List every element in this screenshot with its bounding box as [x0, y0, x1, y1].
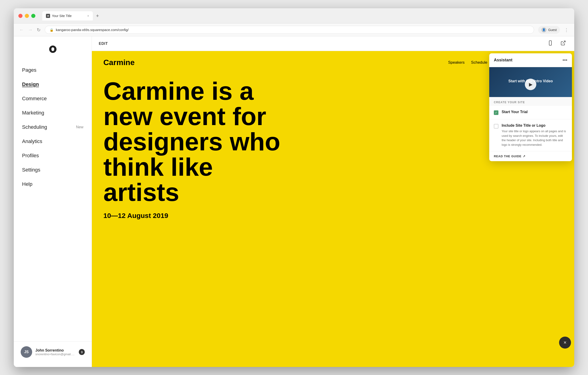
- sidebar-item-label-design: Design: [22, 81, 39, 87]
- sidebar-item-analytics[interactable]: Analytics: [14, 134, 92, 149]
- sidebar-item-profiles[interactable]: Profiles: [14, 149, 92, 163]
- checklist-title-logo: Include Site Title or Logo: [502, 123, 567, 128]
- user-info: John Sorrentino snorentino+favicon@gmail…: [35, 348, 75, 356]
- read-guide-label: READ THE GUIDE: [494, 154, 521, 158]
- url-text: kangaroo-panda-x69s.squarespace.com/conf…: [56, 28, 129, 32]
- checklist-item-logo-content: Include Site Title or Logo Your site tit…: [502, 123, 567, 147]
- nav-link-schedule[interactable]: Schedule: [471, 60, 487, 65]
- user-label: Guest: [548, 28, 557, 32]
- assistant-panel: Assistant ••• Start with Our Intro Video…: [489, 53, 572, 161]
- sidebar-item-label-analytics: Analytics: [22, 138, 42, 144]
- maximize-traffic-light[interactable]: [31, 14, 35, 18]
- video-thumbnail[interactable]: Start with Our Intro Video ▶: [489, 67, 572, 97]
- browser-window: ■ Your Site Title × + ← → ↻ 🔒 kangaroo-p…: [14, 8, 574, 367]
- user-email: snorentino+favicon@gmail.com: [35, 353, 75, 356]
- sidebar-logo: [14, 36, 92, 61]
- tab-close-button[interactable]: ×: [87, 14, 89, 18]
- svg-line-2: [563, 41, 565, 44]
- checklist-desc-logo: Your site title or logo appears on all p…: [502, 129, 567, 147]
- nav-link-speakers[interactable]: Speakers: [448, 60, 465, 65]
- new-tab-button[interactable]: +: [94, 12, 101, 20]
- browser-tab[interactable]: ■ Your Site Title ×: [42, 11, 93, 21]
- checklist-item-trial-content: Start Your Trial: [502, 110, 528, 114]
- traffic-lights: [18, 14, 35, 18]
- url-bar[interactable]: 🔒 kangaroo-panda-x69s.squarespace.com/co…: [45, 26, 534, 34]
- sidebar-item-marketing[interactable]: Marketing: [14, 106, 92, 120]
- sidebar-item-label-marketing: Marketing: [22, 110, 44, 116]
- refresh-button[interactable]: ↻: [37, 27, 41, 33]
- squarespace-logo: [22, 44, 83, 54]
- assistant-close-button[interactable]: ×: [559, 337, 571, 349]
- tab-favicon: ■: [46, 14, 50, 18]
- assistant-header: Assistant •••: [489, 53, 572, 67]
- checkbox-logo[interactable]: [494, 124, 498, 129]
- sidebar-item-scheduling[interactable]: Scheduling New: [14, 120, 92, 134]
- back-button[interactable]: ←: [19, 27, 24, 33]
- browser-menu-button[interactable]: ⋮: [564, 27, 569, 33]
- sidebar-footer: JS John Sorrentino snorentino+favicon@gm…: [14, 342, 92, 362]
- sidebar-item-label-pages: Pages: [22, 67, 36, 73]
- address-bar: ← → ↻ 🔒 kangaroo-panda-x69s.squarespace.…: [14, 23, 574, 36]
- site-preview: Carmine Speakers Schedule Tickets Blog f…: [92, 51, 574, 367]
- user-initials: JS: [24, 350, 29, 354]
- sidebar-item-settings[interactable]: Settings: [14, 163, 92, 177]
- tab-bar: ■ Your Site Title × +: [42, 11, 101, 21]
- scheduling-badge: New: [76, 125, 83, 129]
- user-avatar: JS: [21, 346, 32, 358]
- sidebar-item-label-scheduling: Scheduling: [22, 124, 47, 130]
- close-traffic-light[interactable]: [18, 14, 22, 18]
- main-area: Pages Design Commerce Marketing Scheduli…: [14, 36, 574, 367]
- section-label: CREATE YOUR SITE: [489, 97, 572, 106]
- sidebar-item-commerce[interactable]: Commerce: [14, 91, 92, 106]
- mobile-preview-button[interactable]: [546, 39, 555, 48]
- close-icon: ×: [564, 340, 567, 346]
- assistant-title: Assistant: [494, 58, 513, 63]
- editor-area: EDIT: [92, 36, 574, 367]
- sidebar: Pages Design Commerce Marketing Scheduli…: [14, 36, 92, 367]
- preview-frame: Carmine Speakers Schedule Tickets Blog f…: [92, 51, 574, 367]
- user-avatar-small: 👤: [541, 27, 546, 33]
- sidebar-item-help[interactable]: Help: [14, 177, 92, 191]
- sidebar-item-label-settings: Settings: [22, 167, 41, 173]
- title-bar: ■ Your Site Title × +: [14, 8, 574, 23]
- hero-text: Carmine is a new event for designers who…: [92, 74, 303, 205]
- user-name: John Sorrentino: [35, 348, 75, 353]
- minimize-traffic-light[interactable]: [25, 14, 29, 18]
- editor-toolbar: EDIT: [92, 36, 574, 51]
- checklist-title-trial: Start Your Trial: [502, 110, 528, 114]
- tab-title: Your Site Title: [52, 14, 72, 18]
- site-logo-text: Carmine: [103, 58, 135, 67]
- edit-label: EDIT: [99, 42, 108, 46]
- assistant-menu-button[interactable]: •••: [563, 57, 567, 63]
- sidebar-item-pages[interactable]: Pages: [14, 63, 92, 77]
- checklist-item-trial: ✓ Start Your Trial: [489, 106, 572, 119]
- sidebar-item-label-profiles: Profiles: [22, 153, 39, 159]
- checkbox-trial[interactable]: ✓: [494, 110, 498, 115]
- external-link-icon: ↗: [523, 154, 525, 158]
- lock-icon: 🔒: [50, 28, 53, 32]
- video-title: Start with Our Intro Video: [508, 79, 553, 83]
- hero-date: 10—12 August 2019: [92, 205, 574, 226]
- notification-badge[interactable]: 3: [79, 349, 85, 355]
- user-chip[interactable]: 👤 Guest: [538, 26, 560, 34]
- sidebar-item-label-commerce: Commerce: [22, 96, 47, 102]
- external-link-button[interactable]: [559, 39, 567, 48]
- forward-button[interactable]: →: [28, 27, 33, 33]
- read-guide-link[interactable]: READ THE GUIDE ↗: [489, 151, 572, 161]
- sidebar-item-design[interactable]: Design: [14, 77, 92, 91]
- sidebar-item-label-help: Help: [22, 181, 32, 187]
- checklist-item-logo: Include Site Title or Logo Your site tit…: [489, 119, 572, 151]
- nav-menu: Pages Design Commerce Marketing Scheduli…: [14, 61, 92, 339]
